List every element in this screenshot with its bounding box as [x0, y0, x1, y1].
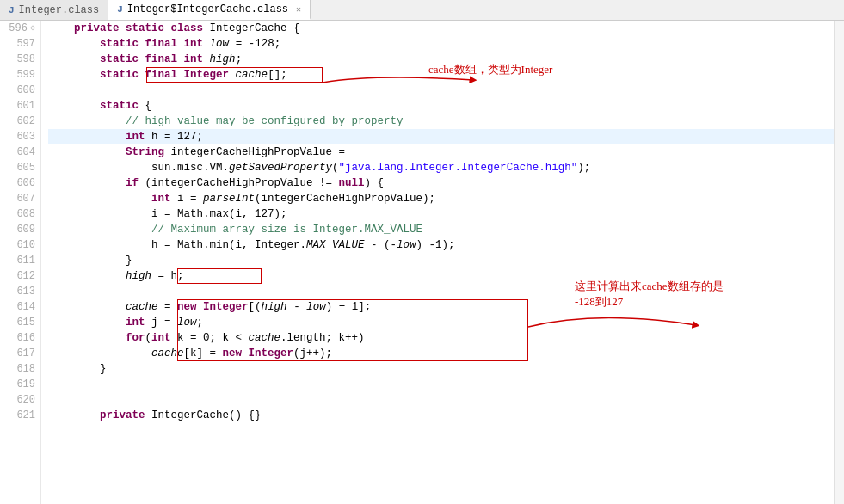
- line-numbers: 5965975985996006016026036046056066076086…: [0, 21, 41, 504]
- table-row: static final Integer cache[];: [48, 67, 844, 83]
- table-row: sun.misc.VM.getSavedProperty("java.lang.…: [48, 160, 844, 175]
- editor-window: J Integer.class J Integer$IntegerCache.c…: [0, 0, 844, 504]
- tab-label-1: Integer.class: [19, 4, 100, 16]
- table-row: static final int low = -128;: [48, 36, 844, 52]
- table-row: int h = 127;: [48, 129, 844, 144]
- tab-icon-1: J: [9, 5, 15, 15]
- table-row: }: [48, 361, 844, 377]
- line-number: 601: [5, 98, 35, 114]
- table-row: int i = parseInt(integerCacheHighPropVal…: [48, 191, 844, 206]
- line-number: 604: [5, 144, 35, 160]
- line-number: 613: [5, 284, 35, 299]
- code-content[interactable]: private static class IntegerCache { stat…: [41, 21, 844, 504]
- table-row: static final int high;: [48, 52, 844, 67]
- line-number: 599: [5, 67, 35, 83]
- table-row: static {: [48, 98, 844, 114]
- line-number: 618: [5, 361, 35, 377]
- table-row: cache[k] = new Integer(j++);: [48, 346, 844, 361]
- line-number: 596: [5, 21, 35, 36]
- line-number: 610: [5, 237, 35, 253]
- line-number: 620: [5, 392, 35, 408]
- table-row: cache = new Integer[(high - low) + 1];: [48, 299, 844, 315]
- line-number: 608: [5, 206, 35, 222]
- line-number: 607: [5, 191, 35, 206]
- tab-label-2: Integer$IntegerCache.class: [127, 3, 288, 15]
- line-number: 606: [5, 175, 35, 191]
- table-row: // high value may be configured by prope…: [48, 114, 844, 129]
- line-number: 605: [5, 160, 35, 175]
- line-number: 603: [5, 129, 35, 144]
- line-number: 619: [5, 377, 35, 392]
- line-number: 621: [5, 408, 35, 423]
- table-row: h = Math.min(i, Integer.MAX_VALUE - (-lo…: [48, 237, 844, 253]
- table-row: [48, 377, 844, 392]
- table-row: [48, 284, 844, 299]
- line-number: 612: [5, 268, 35, 284]
- line-number: 609: [5, 222, 35, 237]
- tab-icon-2: J: [117, 4, 123, 15]
- line-number: 614: [5, 299, 35, 315]
- line-number: 615: [5, 315, 35, 330]
- table-row: // Maximum array size is Integer.MAX_VAL…: [48, 222, 844, 237]
- line-number: 597: [5, 36, 35, 52]
- table-row: i = Math.max(i, 127);: [48, 206, 844, 222]
- code-area: 5965975985996006016026036046056066076086…: [0, 21, 844, 504]
- table-row: private IntegerCache() {}: [48, 408, 844, 423]
- table-row: [48, 83, 844, 98]
- tab-close-icon[interactable]: ✕: [296, 4, 301, 15]
- line-number: 598: [5, 52, 35, 67]
- line-number: 616: [5, 330, 35, 346]
- tab-integercache-class[interactable]: J Integer$IntegerCache.class ✕: [108, 0, 311, 20]
- tab-integer-class[interactable]: J Integer.class: [0, 0, 108, 20]
- line-number: 617: [5, 346, 35, 361]
- line-number: 602: [5, 114, 35, 129]
- table-row: int j = low;: [48, 315, 844, 330]
- table-row: if (integerCacheHighPropValue != null) {: [48, 175, 844, 191]
- tab-bar: J Integer.class J Integer$IntegerCache.c…: [0, 0, 844, 21]
- line-number: 600: [5, 83, 35, 98]
- table-row: high = h;: [48, 268, 844, 284]
- table-row: private static class IntegerCache {: [48, 21, 844, 36]
- table-row: String integerCacheHighPropValue =: [48, 144, 844, 160]
- line-number: 611: [5, 253, 35, 268]
- table-row: [48, 392, 844, 408]
- scrollbar[interactable]: [834, 21, 844, 504]
- table-row: }: [48, 253, 844, 268]
- table-row: for(int k = 0; k < cache.length; k++): [48, 330, 844, 346]
